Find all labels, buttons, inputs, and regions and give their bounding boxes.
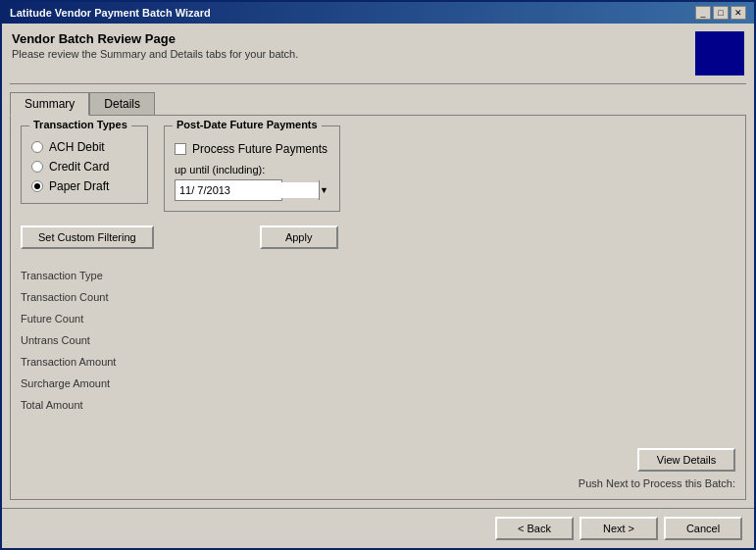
window-title: Latitude Vendor Payment Batch Wizard	[10, 7, 211, 19]
process-future-payments-checkbox[interactable]: Process Future Payments	[175, 142, 329, 156]
radio-circle-paper	[31, 180, 43, 192]
radio-paper-draft[interactable]: Paper Draft	[31, 179, 137, 193]
tab-content: Transaction Types ACH Debit Credit Card	[10, 115, 746, 500]
radio-circle-credit	[31, 161, 43, 173]
next-button[interactable]: Next >	[580, 517, 658, 540]
button-row: Set Custom Filtering Apply	[21, 225, 735, 249]
set-custom-filtering-button[interactable]: Set Custom Filtering	[21, 225, 154, 249]
content-bottom: Transaction Type Transaction Count Futur…	[21, 259, 735, 489]
info-row-future-count: Future Count	[21, 310, 735, 327]
info-label-untrans-count: Untrans Count	[21, 334, 177, 346]
info-row-transaction-count: Transaction Count	[21, 288, 735, 306]
maximize-button[interactable]: □	[713, 6, 729, 20]
main-window: Latitude Vendor Payment Batch Wizard _ □…	[0, 0, 756, 550]
radio-circle-ach	[31, 141, 43, 153]
header-area: Vendor Batch Review Page Please review t…	[2, 24, 754, 83]
date-label: up until (including):	[175, 164, 329, 175]
info-row-total-amount: Total Amount	[21, 396, 735, 414]
header-subtitle: Please review the Summary and Details ta…	[12, 48, 685, 60]
tab-summary[interactable]: Summary	[10, 92, 89, 116]
date-dropdown-button[interactable]: ▼	[319, 180, 328, 200]
info-section: Transaction Type Transaction Count Futur…	[21, 259, 735, 422]
transaction-types-group: Transaction Types ACH Debit Credit Card	[21, 125, 148, 204]
info-row-transaction-type: Transaction Type	[21, 267, 735, 284]
header-text: Vendor Batch Review Page Please review t…	[12, 31, 685, 60]
info-row-surcharge-amount: Surcharge Amount	[21, 375, 735, 392]
footer-bar: < Back Next > Cancel	[2, 508, 754, 548]
view-details-area: View Details Push Next to Process this B…	[579, 448, 735, 489]
top-section: Transaction Types ACH Debit Credit Card	[21, 125, 735, 212]
checkbox-box	[175, 143, 186, 155]
post-date-group: Post-Date Future Payments Process Future…	[164, 125, 340, 212]
view-details-button[interactable]: View Details	[637, 448, 735, 472]
push-next-text: Push Next to Process this Batch:	[579, 477, 735, 489]
title-bar: Latitude Vendor Payment Batch Wizard _ □…	[2, 2, 754, 24]
info-label-transaction-count: Transaction Count	[21, 291, 177, 303]
tab-details[interactable]: Details	[89, 92, 155, 116]
window-content: Vendor Batch Review Page Please review t…	[2, 24, 754, 548]
info-label-future-count: Future Count	[21, 313, 177, 325]
back-button[interactable]: < Back	[495, 517, 574, 540]
title-bar-buttons: _ □ ✕	[695, 6, 746, 20]
info-row-transaction-amount: Transaction Amount	[21, 353, 735, 371]
radio-group: ACH Debit Credit Card Paper Draft	[31, 140, 137, 193]
info-label-transaction-amount: Transaction Amount	[21, 356, 177, 368]
cancel-button[interactable]: Cancel	[664, 517, 742, 540]
date-input-wrap: ▼	[175, 179, 282, 201]
apply-button[interactable]: Apply	[260, 225, 338, 249]
close-button[interactable]: ✕	[731, 6, 746, 20]
header-title: Vendor Batch Review Page	[12, 31, 685, 46]
minimize-button[interactable]: _	[695, 6, 711, 20]
info-label-surcharge-amount: Surcharge Amount	[21, 377, 177, 389]
header-logo	[695, 31, 744, 75]
post-date-title: Post-Date Future Payments	[173, 119, 322, 130]
info-row-untrans-count: Untrans Count	[21, 331, 735, 349]
radio-ach-debit[interactable]: ACH Debit	[31, 140, 137, 154]
info-label-total-amount: Total Amount	[21, 399, 177, 411]
radio-credit-card[interactable]: Credit Card	[31, 160, 137, 174]
date-input[interactable]	[176, 182, 319, 198]
main-area: Summary Details Transaction Types	[2, 84, 754, 508]
info-label-transaction-type: Transaction Type	[21, 270, 177, 281]
transaction-types-title: Transaction Types	[29, 119, 131, 130]
tabs: Summary Details	[10, 92, 746, 116]
